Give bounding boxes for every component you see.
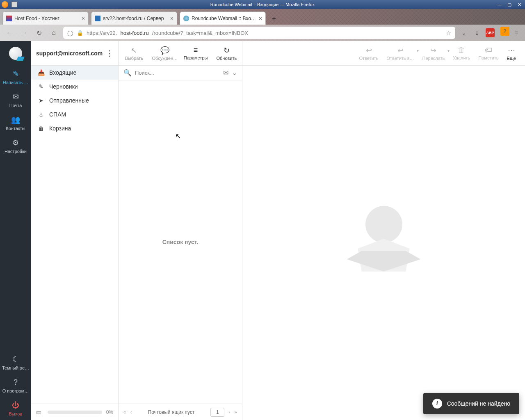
account-menu-icon[interactable]: ⋮ [106,49,113,58]
nav-mail[interactable]: ✉ Почта [0,89,31,112]
info-icon: i [432,399,442,409]
nav-reload-button[interactable]: ↻ [34,27,44,38]
moon-icon: ☾ [12,355,19,364]
window-maximize-button[interactable]: ▢ [505,2,514,7]
forward-button[interactable]: ↪ Переслать ▾ [420,46,447,61]
mark-button[interactable]: 🏷 Пометить [476,46,501,60]
extensions-icon[interactable]: 🧩2 [499,28,508,37]
btn-label: Еще [507,56,516,61]
firefox-app-icon [2,1,8,8]
delete-button[interactable]: 🗑 Удалить [450,46,472,60]
left-nav: ✎ Написать … ✉ Почта 👥 Контакты ⚙ Настро… [0,41,31,420]
page-prev-icon[interactable]: ‹ [130,409,132,415]
page-first-icon[interactable]: « [123,409,126,415]
folder-label: Черновики [49,83,78,90]
address-bar[interactable]: ◯ 🔒 https://srv22.host-food.ru/roundcube… [63,27,455,39]
help-icon: ? [14,378,18,387]
message-list-body: Список пуст. [119,80,242,404]
tab-close-icon[interactable]: × [259,15,262,22]
options-button[interactable]: ≡ Параметры [181,46,210,60]
nav-back-button[interactable]: ← [4,27,15,38]
shield-icon[interactable]: ◯ [67,30,73,36]
nav-settings[interactable]: ⚙ Настройки [0,135,31,158]
account-email: support@microsoft.com [36,50,103,57]
window-close-button[interactable]: ✕ [515,2,523,7]
tab-close-icon[interactable]: × [170,15,173,22]
search-input[interactable] [135,70,220,76]
fire-icon: ♨ [38,111,44,118]
nav-about[interactable]: ? О програм… [0,374,31,397]
favicon-roundcube-icon [183,16,189,21]
more-button[interactable]: ⋯ Еще [504,46,518,61]
tab-label: Host Food - Хостинг [14,16,79,21]
download-icon[interactable]: ⤓ [472,28,482,37]
nav-label: Почта [9,103,22,108]
gear-icon: ⚙ [12,138,19,147]
url-host: host-food.ru [120,30,148,36]
toast-notification[interactable]: i Сообщений не найдено [423,393,519,414]
nav-compose[interactable]: ✎ Написать … [0,66,31,89]
tab-close-icon[interactable]: × [82,15,85,22]
nav-label: О програм… [2,388,29,393]
tab-strip: Host Food - Хостинг × srv22.host-food.ru… [0,9,525,25]
nav-home-button[interactable]: ⌂ [48,27,59,38]
caret-down-icon[interactable]: ▾ [417,48,419,53]
window-titlebar: Roundcube Webmail :: Входящие — Mozilla … [0,0,525,9]
btn-label: Ответить в… [387,56,414,61]
abp-extension-icon[interactable]: ABP [486,28,495,37]
bookmark-star-icon[interactable]: ☆ [446,30,451,36]
btn-label: Параметры [184,55,208,60]
roundcube-app: ✎ Написать … ✉ Почта 👥 Контакты ⚙ Настро… [0,41,525,420]
folder-label: Входящие [49,69,76,76]
browser-tab[interactable]: srv22.host-food.ru / Сервер × [91,11,177,25]
envelope-icon[interactable]: ✉ [223,69,228,77]
nav-darkmode[interactable]: ☾ Темный ре… [0,351,31,374]
trash-icon: 🗑 [458,46,465,55]
reply-all-button[interactable]: ↩ Ответить в… ▾ [384,46,417,61]
chevron-down-icon[interactable]: ⌄ [232,69,237,77]
quota-progress [48,411,102,414]
empty-list-text: Список пуст. [162,239,199,245]
url-path: /roundcube/?_task=mail&_mbox=INBOX [152,30,248,36]
pocket-icon[interactable]: ⌄ [459,28,468,37]
content-column: ↩ Ответить ↩ Ответить в… ▾ ↪ Переслать ▾… [242,41,525,420]
list-toolbar: ↖ Выбрать 💬 Обсужден… ≡ Параметры ↻ Обно… [119,41,242,66]
threads-button[interactable]: 💬 Обсужден… [150,46,180,61]
nav-forward-button[interactable]: → [19,27,30,38]
window-minimize-button[interactable]: — [495,2,504,7]
hamburger-menu-icon[interactable]: ≡ [512,28,521,37]
folder-trash[interactable]: 🗑 Корзина [31,121,118,135]
refresh-button[interactable]: ↻ Обновить [212,46,241,61]
nav-label: Контакты [6,126,25,131]
search-icon[interactable]: 🔍 [123,69,132,77]
folder-sent[interactable]: ➤ Отправленные [31,94,118,107]
extensions-badge: 2 [500,27,509,36]
browser-tab-active[interactable]: Roundcube Webmail :: Вход… × [180,11,266,25]
quota-bar: 🖴 0% [31,404,118,420]
nav-label: Написать … [3,80,28,85]
more-icon: ⋯ [508,46,515,55]
browser-tab[interactable]: Host Food - Хостинг × [2,11,89,25]
page-number[interactable]: 1 [210,408,224,417]
url-prefix: https://srv22. [87,30,117,36]
lock-icon[interactable]: 🔒 [77,30,83,36]
caret-down-icon[interactable]: ▾ [447,48,450,53]
roundcube-logo [0,41,31,66]
folder-label: Отправленные [49,97,89,104]
nav-contacts[interactable]: 👥 Контакты [0,112,31,135]
nav-logout[interactable]: ⏻ Выход [0,397,31,420]
new-tab-button[interactable]: + [268,13,280,25]
page-last-icon[interactable]: » [234,409,237,415]
select-button[interactable]: ↖ Выбрать [119,46,149,61]
titlebar-square [11,2,17,7]
tab-label: srv22.host-food.ru / Сервер [103,16,168,21]
mail-icon: ✉ [13,92,19,101]
search-row: 🔍 ✉ ⌄ [119,66,242,80]
tag-icon: 🏷 [485,46,492,55]
folder-spam[interactable]: ♨ СПАМ [31,107,118,121]
folder-drafts[interactable]: ✎ Черновики [31,80,118,94]
reply-button[interactable]: ↩ Ответить [357,46,381,61]
folder-inbox[interactable]: 📥 Входящие [31,66,118,80]
cursor-icon: ↖ [131,46,137,55]
page-next-icon[interactable]: › [228,409,230,415]
